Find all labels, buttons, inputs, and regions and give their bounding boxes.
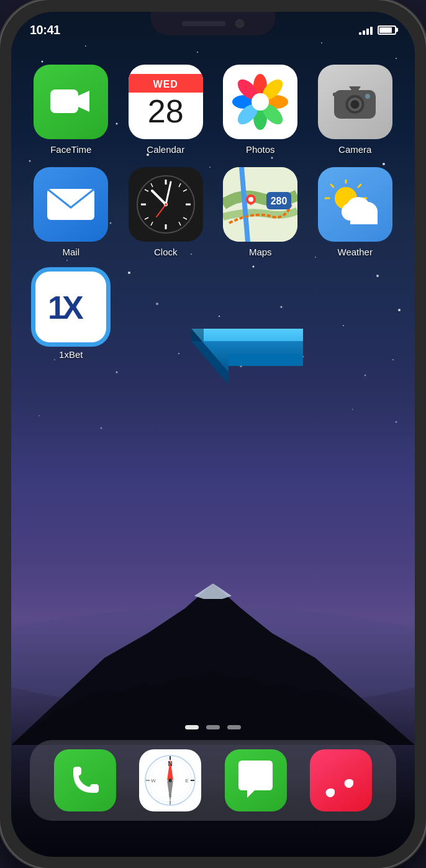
svg-text:280: 280: [271, 196, 288, 206]
safari-compass-icon: N S W E: [142, 752, 198, 808]
svg-text:W: W: [151, 778, 156, 783]
battery-icon: [378, 25, 396, 35]
app-1xbet[interactable]: 1 X 1xBet: [30, 270, 112, 360]
svg-rect-68: [333, 93, 338, 96]
signal-bar-3: [366, 29, 369, 35]
time-display: 10:41: [30, 23, 60, 37]
app-calendar[interactable]: WED 28 Calendar: [125, 65, 207, 155]
messages-dock-icon[interactable]: [225, 749, 287, 811]
safari-dock-icon[interactable]: N S W E: [139, 749, 201, 811]
svg-marker-55: [11, 670, 415, 745]
phone-handset-icon: [66, 762, 104, 799]
clock-face-icon: [135, 173, 197, 235]
svg-point-3: [197, 52, 198, 53]
clock-icon[interactable]: [129, 167, 203, 242]
app-weather[interactable]: Weather: [314, 167, 397, 257]
mail-icon[interactable]: [34, 167, 108, 242]
camera-label: Camera: [338, 144, 371, 155]
app-grid: FaceTime WED 28 Calendar: [30, 65, 396, 360]
page-indicator: [185, 725, 241, 729]
app-photos[interactable]: Photos: [219, 65, 302, 155]
svg-point-48: [39, 415, 40, 416]
svg-text:N: N: [168, 761, 173, 767]
svg-point-91: [165, 203, 167, 206]
svg-point-46: [365, 374, 366, 376]
weather-display-icon: [324, 180, 386, 229]
svg-text:S: S: [169, 793, 172, 798]
1xbet-label: 1xBet: [59, 349, 83, 360]
svg-text:X: X: [62, 290, 84, 326]
svg-marker-53: [11, 583, 415, 745]
svg-point-71: [351, 100, 360, 109]
status-bar: 10:41: [30, 19, 396, 41]
photos-flower-icon: [232, 74, 288, 130]
page-dot-2: [206, 725, 220, 729]
maps-label: Maps: [249, 247, 272, 257]
svg-point-97: [248, 197, 253, 202]
svg-point-66: [252, 93, 269, 111]
calendar-label: Calendar: [147, 144, 184, 155]
dock-safari[interactable]: N S W E: [139, 749, 201, 811]
svg-point-42: [116, 371, 118, 373]
svg-line-103: [331, 185, 333, 187]
photos-icon[interactable]: [223, 65, 297, 139]
svg-line-100: [358, 185, 361, 187]
svg-point-0: [42, 60, 43, 62]
svg-point-50: [352, 409, 353, 410]
app-mail[interactable]: Mail: [30, 167, 112, 257]
signal-bar-2: [363, 30, 365, 35]
maps-display-icon: 280: [223, 167, 297, 242]
page-dot-3: [227, 725, 241, 729]
mountain-silhouette: [11, 534, 415, 745]
signal-bar-1: [359, 32, 361, 35]
svg-marker-54: [194, 583, 232, 599]
calendar-icon[interactable]: WED 28: [129, 65, 203, 139]
phone-dock-icon[interactable]: [54, 749, 116, 811]
svg-point-52: [11, 608, 415, 708]
phone-screen: 10:41: [11, 12, 415, 857]
app-clock[interactable]: Clock: [125, 167, 207, 257]
dock-phone[interactable]: [54, 749, 116, 811]
mail-label: Mail: [62, 247, 79, 257]
svg-point-51: [396, 421, 397, 423]
facetime-label: FaceTime: [50, 144, 91, 155]
svg-point-72: [365, 94, 370, 99]
dock-messages[interactable]: [225, 749, 287, 811]
facetime-camera-icon: [49, 85, 93, 119]
svg-point-131: [168, 779, 172, 782]
signal-icon: [359, 25, 373, 35]
svg-rect-56: [50, 89, 78, 113]
calendar-date: 28: [148, 93, 184, 130]
photos-label: Photos: [246, 144, 275, 155]
battery-fill: [379, 27, 392, 33]
svg-rect-108: [350, 212, 378, 224]
1xbet-logo-icon: 1 X: [45, 286, 97, 327]
weather-icon[interactable]: [318, 167, 392, 242]
phone-frame: 10:41: [0, 0, 426, 868]
page-dot-1: [185, 725, 199, 729]
camera-icon[interactable]: [318, 65, 392, 139]
svg-point-1: [85, 45, 86, 47]
maps-icon[interactable]: 280: [223, 167, 297, 242]
messages-bubble-icon: [232, 757, 279, 803]
music-dock-icon[interactable]: [310, 749, 372, 811]
svg-marker-57: [78, 91, 89, 112]
app-camera[interactable]: Camera: [314, 65, 397, 155]
camera-body-icon: [332, 81, 378, 122]
clock-label: Clock: [154, 247, 178, 257]
music-note-icon: [321, 759, 361, 802]
app-facetime[interactable]: FaceTime: [30, 65, 112, 155]
svg-point-44: [240, 365, 242, 367]
weather-label: Weather: [338, 247, 373, 257]
status-icons: [359, 25, 396, 35]
svg-text:E: E: [186, 778, 189, 783]
svg-point-5: [321, 42, 322, 43]
1xbet-icon[interactable]: 1 X: [34, 270, 108, 344]
signal-bar-4: [370, 27, 373, 35]
calendar-day: WED: [129, 74, 203, 93]
mail-envelope-icon: [46, 186, 96, 223]
dock: N S W E: [30, 740, 396, 821]
facetime-icon[interactable]: [34, 65, 108, 139]
dock-music[interactable]: [310, 749, 372, 811]
app-maps[interactable]: 280 Maps: [219, 167, 302, 257]
